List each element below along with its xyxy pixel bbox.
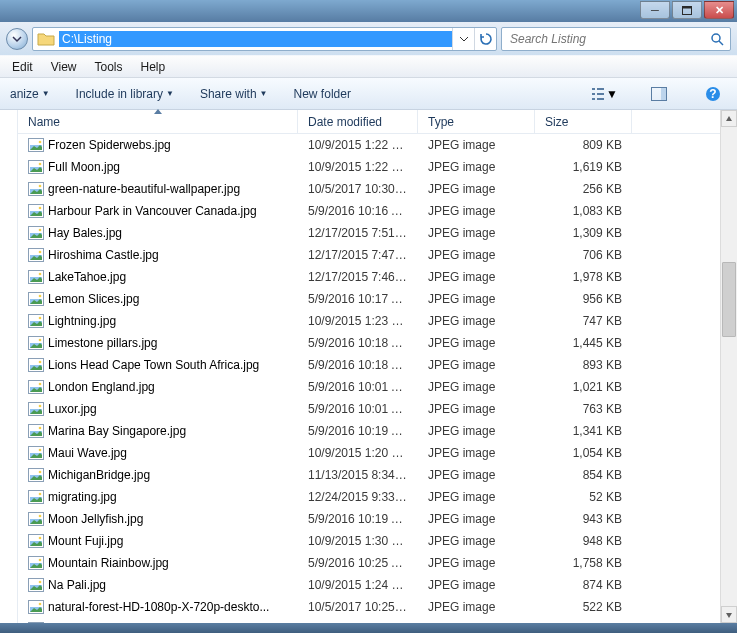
nav-pane-edge[interactable] — [0, 110, 18, 623]
file-name-text: green-nature-beautiful-wallpaper.jpg — [48, 182, 240, 196]
organize-button[interactable]: anize▼ — [10, 87, 50, 101]
share-with-button[interactable]: Share with▼ — [200, 87, 268, 101]
file-row[interactable]: Mountain Riainbow.jpg5/9/2016 10:25 AMJP… — [18, 552, 720, 574]
file-row[interactable]: LakeTahoe.jpg12/17/2015 7:46 AMJPEG imag… — [18, 266, 720, 288]
search-icon — [710, 32, 724, 46]
file-row[interactable]: green-nature-beautiful-wallpaper.jpg10/5… — [18, 178, 720, 200]
close-button[interactable]: ✕ — [704, 1, 734, 19]
search-input[interactable] — [508, 31, 710, 47]
file-type-cell: JPEG image — [418, 138, 535, 152]
image-file-icon — [28, 402, 44, 416]
file-row[interactable]: Luxor.jpg5/9/2016 10:01 AMJPEG image763 … — [18, 398, 720, 420]
svg-line-3 — [719, 41, 723, 45]
column-date-modified[interactable]: Date modified — [298, 110, 418, 133]
search-box[interactable] — [501, 27, 731, 51]
file-row[interactable]: MichiganBridge.jpg11/13/2015 8:34 AMJPEG… — [18, 464, 720, 486]
file-row[interactable]: Harbour Park in Vancouver Canada.jpg5/9/… — [18, 200, 720, 222]
menu-view[interactable]: View — [51, 60, 77, 74]
file-size-cell: 1,619 KB — [535, 160, 632, 174]
file-list-area: Name Date modified Type Size Frozen Spid… — [18, 110, 720, 623]
menu-bar: Edit View Tools Help — [0, 56, 737, 78]
file-row[interactable]: Full Moon.jpg10/9/2015 1:22 PMJPEG image… — [18, 156, 720, 178]
file-type-cell: JPEG image — [418, 314, 535, 328]
file-row[interactable]: Lemon Slices.jpg5/9/2016 10:17 AMJPEG im… — [18, 288, 720, 310]
file-row[interactable]: natural-forest-HD-1080p-X-720p-deskto...… — [18, 596, 720, 618]
menu-tools[interactable]: Tools — [94, 60, 122, 74]
svg-rect-7 — [597, 93, 604, 95]
file-size-cell: 874 KB — [535, 578, 632, 592]
file-row[interactable]: migrating.jpg12/24/2015 9:33 AMJPEG imag… — [18, 486, 720, 508]
file-size-cell: 706 KB — [535, 248, 632, 262]
file-row[interactable]: Na Pali.jpg10/9/2015 1:24 PMJPEG image87… — [18, 574, 720, 596]
file-size-cell: 1,083 KB — [535, 204, 632, 218]
column-headers: Name Date modified Type Size — [18, 110, 720, 134]
scroll-track[interactable] — [721, 127, 737, 606]
file-row[interactable]: Hay Bales.jpg12/17/2015 7:51 AMJPEG imag… — [18, 222, 720, 244]
command-bar: anize▼ Include in library▼ Share with▼ N… — [0, 78, 737, 110]
file-row[interactable]: Limestone pillars.jpg5/9/2016 10:18 AMJP… — [18, 332, 720, 354]
svg-point-52 — [39, 405, 42, 408]
file-row[interactable]: Moon Jellyfish.jpg5/9/2016 10:19 AMJPEG … — [18, 508, 720, 530]
file-size-cell: 1,021 KB — [535, 380, 632, 394]
file-date-cell: 10/9/2015 1:20 PM — [298, 446, 418, 460]
file-rows-container: Frozen Spiderwebs.jpg10/9/2015 1:22 PMJP… — [18, 134, 720, 623]
file-size-cell: 948 KB — [535, 534, 632, 548]
file-size-cell: 956 KB — [535, 292, 632, 306]
svg-rect-6 — [592, 93, 595, 95]
address-bar[interactable]: C:\Listing — [32, 27, 497, 51]
file-date-cell: 12/17/2015 7:47 AM — [298, 248, 418, 262]
file-date-cell: 10/9/2015 1:22 PM — [298, 138, 418, 152]
file-type-cell: JPEG image — [418, 534, 535, 548]
nav-history-dropdown[interactable] — [6, 28, 28, 50]
file-size-cell: 763 KB — [535, 402, 632, 416]
column-size[interactable]: Size — [535, 110, 632, 133]
file-row[interactable]: Lightning.jpg10/9/2015 1:23 PMJPEG image… — [18, 310, 720, 332]
file-row[interactable]: London England.jpg5/9/2016 10:01 AMJPEG … — [18, 376, 720, 398]
image-file-icon — [28, 424, 44, 438]
address-path[interactable]: C:\Listing — [59, 31, 452, 47]
image-file-icon — [28, 270, 44, 284]
scroll-thumb[interactable] — [722, 262, 736, 337]
help-button[interactable]: ? — [699, 83, 727, 105]
image-file-icon — [28, 248, 44, 262]
refresh-button[interactable] — [474, 28, 496, 50]
image-file-icon — [28, 534, 44, 548]
content-area: Name Date modified Type Size Frozen Spid… — [0, 110, 737, 623]
maximize-button[interactable] — [672, 1, 702, 19]
file-date-cell: 5/9/2016 10:18 AM — [298, 336, 418, 350]
file-name-text: Mountain Riainbow.jpg — [48, 556, 169, 570]
column-name[interactable]: Name — [18, 110, 298, 133]
file-name-text: Na Pali.jpg — [48, 578, 106, 592]
column-type[interactable]: Type — [418, 110, 535, 133]
file-size-cell: 1,309 KB — [535, 226, 632, 240]
file-name-cell: MichiganBridge.jpg — [18, 468, 298, 482]
file-type-cell: JPEG image — [418, 358, 535, 372]
file-name-text: Harbour Park in Vancouver Canada.jpg — [48, 204, 257, 218]
sort-ascending-icon — [154, 109, 162, 114]
file-row[interactable]: Frozen Spiderwebs.jpg10/9/2015 1:22 PMJP… — [18, 134, 720, 156]
file-type-cell: JPEG image — [418, 182, 535, 196]
scroll-down-button[interactable] — [721, 606, 737, 623]
file-name-cell: Lightning.jpg — [18, 314, 298, 328]
menu-edit[interactable]: Edit — [12, 60, 33, 74]
view-options-button[interactable]: ▼ — [591, 83, 619, 105]
preview-pane-button[interactable] — [645, 83, 673, 105]
include-in-library-button[interactable]: Include in library▼ — [76, 87, 174, 101]
file-name-text: Mount Fuji.jpg — [48, 534, 123, 548]
file-row[interactable]: Hiroshima Castle.jpg12/17/2015 7:47 AMJP… — [18, 244, 720, 266]
file-row[interactable]: Marina Bay Singapore.jpg5/9/2016 10:19 A… — [18, 420, 720, 442]
scroll-up-button[interactable] — [721, 110, 737, 127]
file-type-cell: JPEG image — [418, 270, 535, 284]
file-name-cell: Lemon Slices.jpg — [18, 292, 298, 306]
address-dropdown-icon[interactable] — [452, 28, 474, 50]
minimize-button[interactable]: ─ — [640, 1, 670, 19]
file-name-cell: natural-forest-HD-1080p-X-720p-deskto... — [18, 600, 298, 614]
file-row[interactable]: Maui Wave.jpg10/9/2015 1:20 PMJPEG image… — [18, 442, 720, 464]
file-row[interactable]: Lions Head Cape Town South Africa.jpg5/9… — [18, 354, 720, 376]
svg-point-28 — [39, 229, 42, 232]
new-folder-button[interactable]: New folder — [294, 87, 351, 101]
menu-help[interactable]: Help — [141, 60, 166, 74]
vertical-scrollbar[interactable] — [720, 110, 737, 623]
file-row[interactable]: Mount Fuji.jpg10/9/2015 1:30 PMJPEG imag… — [18, 530, 720, 552]
file-date-cell: 12/24/2015 9:33 AM — [298, 490, 418, 504]
